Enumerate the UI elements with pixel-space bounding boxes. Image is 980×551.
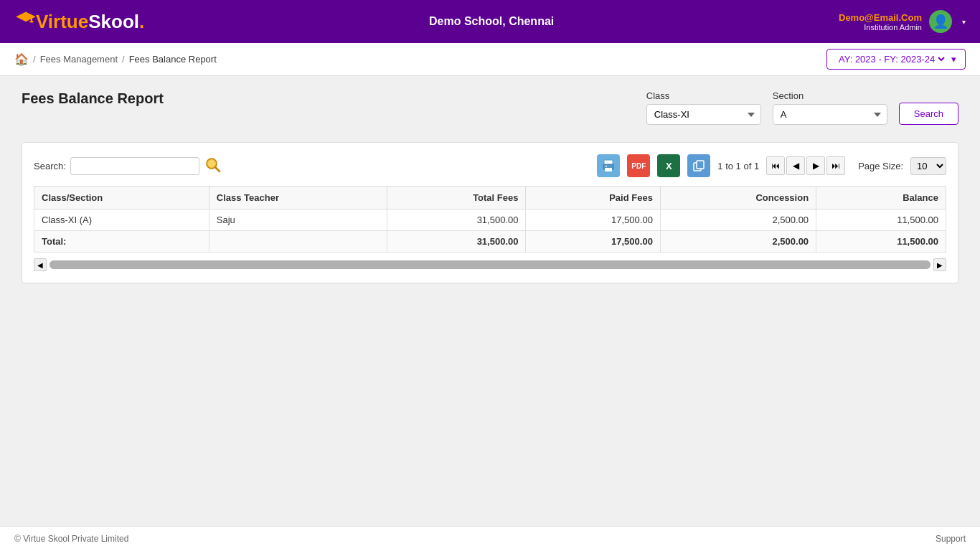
col-total-fees: Total Fees — [387, 187, 525, 209]
user-role: Institution Admin — [839, 23, 922, 32]
print-button[interactable] — [597, 154, 620, 177]
logo-text: VirtueSkool. — [36, 11, 144, 33]
avatar[interactable]: 👤 — [929, 10, 952, 33]
class-label: Class — [646, 90, 761, 101]
svg-rect-8 — [605, 168, 612, 171]
total-paid-fees: 17,500.00 — [526, 231, 660, 253]
cell-balance: 11,500.00 — [816, 209, 946, 231]
search-magnifier-button[interactable] — [204, 156, 222, 176]
total-balance: 11,500.00 — [816, 231, 946, 253]
header: VirtueSkool. Demo School, Chennai Demo@E… — [0, 0, 980, 43]
section-select[interactable]: A B C — [773, 104, 887, 125]
page-size-select[interactable]: 10 25 50 100 — [910, 157, 946, 175]
col-paid-fees: Paid Fees — [526, 187, 660, 209]
svg-rect-11 — [697, 161, 704, 169]
breadcrumb-bar: 🏠 / Fees Management / Fees Balance Repor… — [0, 43, 980, 76]
magnifier-icon — [205, 157, 221, 173]
table-row: Class-XI (A) Saju 31,500.00 17,500.00 2,… — [34, 209, 946, 231]
scroll-left-arrow[interactable]: ◀ — [34, 258, 47, 271]
horizontal-scrollbar[interactable]: ◀ ▶ — [34, 258, 946, 271]
page-size-label: Page Size: — [858, 161, 903, 171]
graduation-hat-icon — [16, 11, 36, 24]
copy-button[interactable] — [687, 154, 710, 177]
cell-paid-fees: 17,500.00 — [526, 209, 660, 231]
col-class-teacher: Class Teacher — [209, 187, 387, 209]
search-button[interactable]: Search — [899, 103, 958, 125]
cell-class-section: Class-XI (A) — [34, 209, 209, 231]
footer: © Virtue Skool Private Limited Support — [0, 526, 980, 551]
search-box: Search: — [34, 156, 222, 176]
class-filter-group: Class Class-XI Class-X Class-XII — [646, 90, 761, 125]
table-card: Search: — [22, 142, 958, 283]
home-icon[interactable]: 🏠 — [14, 52, 29, 66]
copy-icon — [693, 160, 705, 171]
scroll-track[interactable] — [50, 260, 930, 269]
svg-line-4 — [215, 167, 220, 171]
header-right: Demo@Email.Com Institution Admin 👤 ▾ — [839, 10, 966, 33]
data-table: Class/Section Class Teacher Total Fees P… — [34, 186, 946, 253]
next-page-button[interactable]: ▶ — [806, 156, 825, 175]
svg-point-5 — [208, 160, 215, 167]
printer-icon — [602, 159, 615, 172]
breadcrumb-current: Fees Balance Report — [129, 54, 217, 65]
svg-rect-9 — [606, 166, 607, 167]
table-toolbar: Search: — [34, 154, 946, 177]
cell-total-fees: 31,500.00 — [387, 209, 525, 231]
class-select[interactable]: Class-XI Class-X Class-XII — [646, 104, 761, 125]
col-concession: Concession — [660, 187, 816, 209]
logo: VirtueSkool. — [14, 11, 144, 33]
filter-row: Class Class-XI Class-X Class-XII Section… — [646, 90, 958, 125]
svg-point-2 — [29, 21, 34, 23]
excel-button[interactable]: X — [657, 154, 680, 177]
svg-marker-0 — [16, 11, 36, 22]
pdf-button[interactable]: PDF — [627, 154, 650, 177]
search-input[interactable] — [70, 157, 199, 175]
main-content: Fees Balance Report Class Class-XI Class… — [0, 76, 980, 526]
school-name: Demo School, Chennai — [429, 15, 554, 28]
breadcrumb-fees-management[interactable]: Fees Management — [40, 54, 118, 65]
support-link[interactable]: Support — [936, 534, 966, 544]
section-filter-group: Section A B C — [773, 90, 887, 125]
total-fees: 31,500.00 — [387, 231, 525, 253]
total-teacher-cell — [209, 231, 387, 253]
page-title: Fees Balance Report — [22, 90, 164, 107]
col-class-section: Class/Section — [34, 187, 209, 209]
cell-class-teacher: Saju — [209, 209, 387, 231]
breadcrumb: 🏠 / Fees Management / Fees Balance Repor… — [14, 52, 217, 66]
prev-page-button[interactable]: ◀ — [786, 156, 805, 175]
ay-dropdown[interactable]: AY: 2023 - FY: 2023-24 — [836, 53, 947, 65]
cell-concession: 2,500.00 — [660, 209, 816, 231]
copyright: © Virtue Skool Private Limited — [14, 534, 128, 544]
pagination-buttons: ⏮ ◀ ▶ ⏭ — [766, 156, 845, 175]
first-page-button[interactable]: ⏮ — [766, 156, 785, 175]
col-balance: Balance — [816, 187, 946, 209]
toolbar-right: PDF X 1 to 1 of 1 ⏮ ◀ ▶ — [597, 154, 946, 177]
table-header-row: Class/Section Class Teacher Total Fees P… — [34, 187, 946, 209]
pagination-info: 1 to 1 of 1 — [717, 161, 759, 171]
scroll-thumb — [50, 260, 930, 269]
section-label: Section — [773, 90, 887, 101]
search-label: Search: — [34, 161, 66, 171]
user-email: Demo@Email.Com — [839, 12, 922, 23]
user-dropdown-arrow[interactable]: ▾ — [962, 18, 966, 26]
scroll-right-arrow[interactable]: ▶ — [933, 258, 946, 271]
user-info: Demo@Email.Com Institution Admin — [839, 12, 922, 32]
ay-selector[interactable]: AY: 2023 - FY: 2023-24 ▾ — [826, 49, 966, 70]
total-concession: 2,500.00 — [660, 231, 816, 253]
last-page-button[interactable]: ⏭ — [826, 156, 845, 175]
total-label: Total: — [34, 231, 209, 253]
total-row: Total: 31,500.00 17,500.00 2,500.00 11,5… — [34, 231, 946, 253]
